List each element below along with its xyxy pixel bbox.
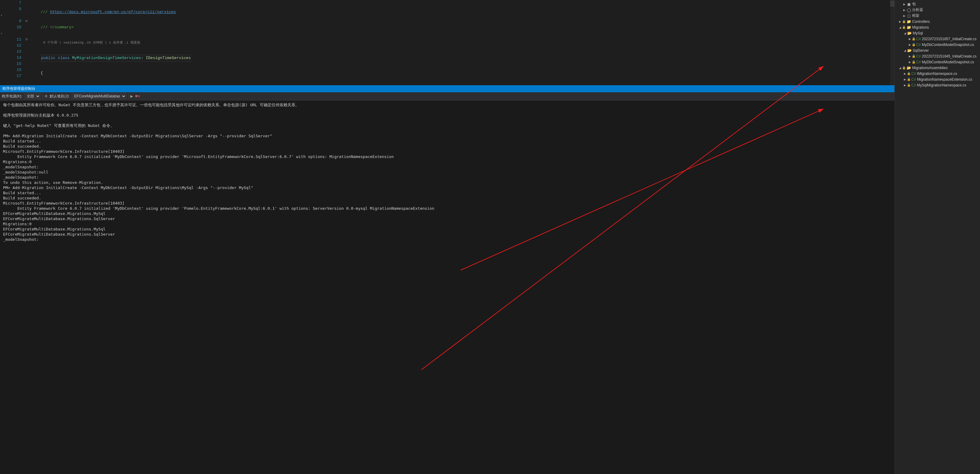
csharp-file-icon: C# (916, 43, 921, 47)
lock-icon: 🔒 (907, 78, 911, 81)
codelens-info[interactable]: 0 个引用 | xuejiaming，15 分钟前 | 1 名作者，1 项更改 (31, 40, 894, 46)
folder-icon: 📂 (906, 66, 911, 70)
fold-toggle-icon[interactable]: ⊟ (25, 37, 27, 43)
lock-icon: 🔒 (902, 25, 906, 29)
package-source-label: 程序包源(K): (2, 94, 22, 99)
lock-icon: 🔒 (912, 43, 915, 46)
panel-title: 程序包管理器控制台 (0, 85, 894, 92)
lock-icon: 🔒 (907, 83, 911, 87)
code-area[interactable]: /// https://docs.microsoft.com/en-us/ef/… (31, 0, 894, 85)
tree-item-packages[interactable]: ▶▣包 (895, 1, 980, 7)
run-icon[interactable]: ▶ (130, 94, 133, 98)
fold-column[interactable]: ⊟ ⊟ (24, 0, 31, 85)
csharp-file-icon: C# (916, 54, 921, 59)
tree-item-analyzers[interactable]: ▶◯分析器 (895, 7, 980, 13)
separator (42, 94, 43, 99)
fold-toggle-icon[interactable]: ⊟ (25, 18, 27, 24)
folder-icon: 📁 (906, 19, 911, 24)
csharp-file-icon: C# (911, 72, 916, 76)
change-marker-icon: ▴ (1, 12, 2, 18)
package-manager-console[interactable]: 每个包都由其所有者许可给你。NuGet 不负责第三方包，也不授予其许可证。一些包… (0, 100, 894, 474)
solution-explorer[interactable]: ▶▣包 ▶◯分析器 ▶▢框架 ▶🔒📁Controllers ◢🔒📁Migrati… (894, 0, 980, 474)
default-project-select[interactable]: EFCoreMigrateMultiDatabase (72, 93, 126, 99)
tree-item-frameworks[interactable]: ▶▢框架 (895, 13, 980, 19)
tree-item-migrations[interactable]: ◢🔒📁Migrations (895, 24, 980, 30)
tree-item-controllers[interactable]: ▶🔒📁Controllers (895, 19, 980, 24)
lock-icon: 🔒 (902, 20, 906, 23)
lock-icon: 🔒 (912, 54, 915, 58)
separator (128, 94, 129, 99)
package-source-select[interactable]: 全部 (24, 93, 40, 99)
doc-link[interactable]: https://docs.microsoft.com/en-us/ef/core… (50, 10, 176, 14)
lock-icon: 🔒 (912, 60, 915, 64)
csharp-file-icon: C# (911, 83, 916, 87)
framework-icon: ▢ (906, 14, 911, 18)
code-editor[interactable]: ▴ ▴ 7 8 9 10 11 12 13 14 15 16 17 ⊟ ⊟ (0, 0, 894, 85)
tree-item-sqlserver-migration[interactable]: ▶🔒C#20220723151845_InitialCreate.cs (895, 53, 980, 59)
tree-item-mysql-migration[interactable]: ▶🔒C#20220723151857_InitialCreate.cs (895, 36, 980, 42)
package-icon: ▣ (906, 2, 911, 6)
default-project-label: 默认项目(J): (49, 94, 69, 99)
change-marker-icon: ▴ (1, 30, 2, 37)
tree-item-sqlserver-snapshot[interactable]: ▶🔒C#MyDbContextModelSnapshot.cs (895, 59, 980, 65)
breakpoint-column[interactable]: ▴ ▴ (0, 0, 4, 85)
tree-item-imigrationnamespace[interactable]: ▶🔒C#IMigrationNamespace.cs (895, 71, 980, 76)
pmc-toolbar: 程序包源(K): 全部 ⚙ 默认项目(J): EFCoreMigrateMult… (0, 92, 894, 100)
folder-icon: 📁 (906, 25, 911, 30)
folder-icon: 📂 (907, 48, 912, 52)
csharp-file-icon: C# (916, 37, 921, 41)
lock-icon: 🔒 (902, 66, 906, 69)
tree-item-mysql-snapshot[interactable]: ▶🔒C#MyDbContextModelSnapshot.cs (895, 42, 980, 48)
tree-item-migrationsassemblies[interactable]: ◢🔒📂MigrationsAssemblies (895, 65, 980, 71)
tree-item-sqlserver-folder[interactable]: ◢📂SqlServer (895, 48, 980, 53)
lock-icon: 🔒 (907, 72, 911, 75)
tree-item-migrationnamespaceext[interactable]: ▶🔒C#MigrationNamespaceExtension.cs (895, 76, 980, 82)
tree-item-mysqlmigrationnamespace[interactable]: ▶🔒C#MySqlMigrationNamespace.cs (895, 82, 980, 88)
lock-icon: 🔒 (912, 37, 915, 40)
csharp-file-icon: C# (916, 60, 921, 64)
gear-icon[interactable]: ⚙ (45, 94, 48, 98)
csharp-file-icon: C# (911, 77, 916, 81)
clear-icon[interactable]: ✖≡ (135, 94, 140, 98)
analyzer-icon: ◯ (906, 8, 911, 12)
line-number-gutter: 7 8 9 10 11 12 13 14 15 16 17 (4, 0, 24, 85)
tree-item-mysql-folder[interactable]: ◢📂MySql (895, 30, 980, 36)
editor-minimap[interactable] (890, 0, 894, 85)
folder-icon: 📂 (907, 31, 912, 35)
